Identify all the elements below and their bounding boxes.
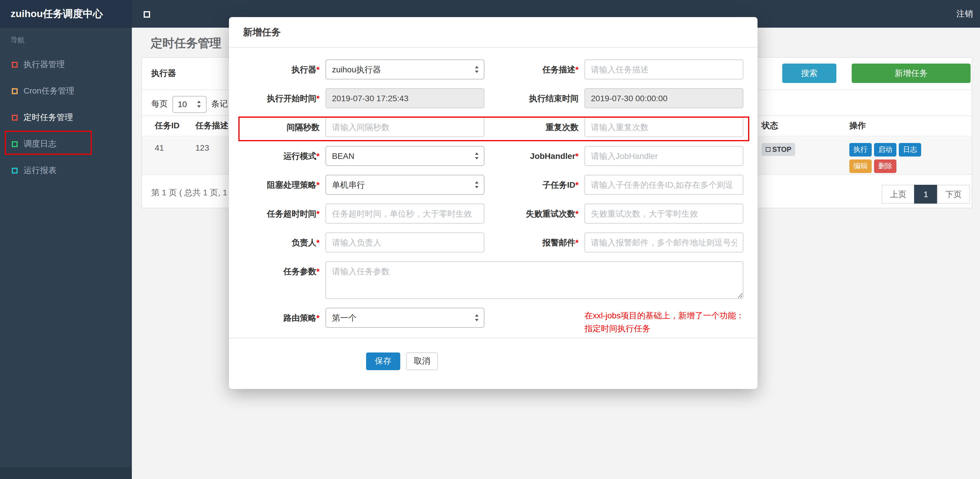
timeout-input[interactable] (326, 204, 484, 224)
feature-note-line1: 在xxl-jobs项目的基础上，新增了一个功能： (584, 311, 744, 320)
sidebar-item-label: 调度日志 (24, 138, 57, 149)
modal-title: 新增任务 (229, 17, 757, 48)
executor-filter-label: 执行器 (151, 64, 176, 83)
child-job-label: 子任务ID* (484, 175, 579, 195)
select-caret-icon (474, 66, 480, 73)
required-marker: * (575, 180, 579, 189)
logout-link[interactable]: 注销 (956, 0, 973, 28)
jobhandler-input[interactable] (584, 146, 743, 166)
job-param-textarea[interactable] (326, 261, 743, 299)
next-page-button[interactable]: 下页 (937, 185, 970, 204)
nav-section-label: 导航 (0, 28, 132, 51)
col-header-actions: 操作 (850, 121, 972, 131)
current-page-button[interactable]: 1 (914, 185, 938, 204)
stop-icon (766, 147, 770, 152)
add-task-modal: 新增任务 执行器* zuihou执行器 任务描述* 执行开始时间* 执行结束时间 (229, 17, 757, 389)
form-row: 负责人* 报警邮件* (243, 232, 743, 253)
modal-body: 执行器* zuihou执行器 任务描述* 执行开始时间* 执行结束时间 间隔秒数 (229, 48, 757, 336)
executor-label: 执行器* (243, 59, 320, 80)
log-button[interactable]: 日志 (899, 143, 921, 156)
task-desc-input[interactable] (584, 59, 743, 80)
brand-title: zuihou任务调度中心 (0, 0, 132, 28)
owner-label: 负责人* (243, 232, 320, 253)
run-mode-select-value: BEAN (332, 151, 354, 161)
add-task-button[interactable]: 新增任务 (852, 64, 970, 83)
form-row: 任务超时时间* 失败重试次数* (243, 204, 743, 224)
prev-page-button[interactable]: 上页 (882, 185, 915, 204)
search-button[interactable]: 搜索 (782, 64, 836, 83)
sidebar-footer-strip (0, 467, 132, 479)
execute-button[interactable]: 执行 (850, 143, 872, 156)
retry-input[interactable] (584, 204, 743, 224)
sidebar-item-label: 执行器管理 (24, 59, 65, 70)
select-caret-icon (474, 314, 480, 321)
start-time-input[interactable] (326, 88, 484, 108)
sidebar-item-label: 运行报表 (24, 165, 57, 176)
required-marker: * (575, 238, 579, 247)
jobhandler-label: JobHandler* (484, 146, 579, 166)
cell-task-id: 41 (155, 143, 196, 153)
menu-square-icon (12, 141, 18, 147)
required-marker: * (317, 238, 320, 247)
sidebar-item-cron-task-mgmt[interactable]: Cron任务管理 (0, 78, 132, 104)
sidebar-item-label: 定时任务管理 (24, 112, 73, 123)
modal-footer: 保存 取消 (229, 338, 757, 370)
feature-note-line2: 指定时间执行任务 (584, 324, 651, 333)
required-marker: * (317, 267, 320, 276)
page-title: 定时任务管理 (151, 35, 221, 51)
alarm-email-input[interactable] (584, 232, 743, 253)
route-strategy-select-value: 第一个 (332, 313, 357, 323)
row-actions: 执行 启动 日志 编辑 删除 (850, 143, 926, 173)
end-time-input[interactable] (584, 88, 743, 108)
save-button[interactable]: 保存 (366, 352, 400, 370)
menu-square-icon (12, 115, 18, 120)
pagination: 上页 1 下页 (882, 185, 970, 204)
alarm-email-label: 报警邮件* (484, 232, 579, 253)
feature-note: 在xxl-jobs项目的基础上，新增了一个功能： 指定时间执行任务 (584, 308, 744, 335)
col-header-task-id: 任务ID (155, 121, 196, 131)
menu-square-icon (12, 88, 18, 94)
interval-input[interactable] (326, 117, 484, 137)
run-mode-select[interactable]: BEAN (326, 146, 484, 166)
required-marker: * (317, 151, 320, 161)
retry-label: 失败重试次数* (484, 204, 579, 224)
route-strategy-select[interactable]: 第一个 (326, 308, 484, 328)
start-button[interactable]: 启动 (874, 143, 896, 156)
form-row: 阻塞处理策略* 单机串行 子任务ID* (243, 175, 743, 195)
edit-button[interactable]: 编辑 (850, 159, 872, 173)
sidebar: 导航 执行器管理 Cron任务管理 定时任务管理 调度日志 运行报表 (0, 28, 132, 479)
timeout-label: 任务超时时间* (243, 204, 320, 224)
executor-select[interactable]: zuihou执行器 (326, 59, 484, 80)
repeat-input[interactable] (584, 117, 743, 137)
per-page-prefix: 每页 (151, 99, 168, 110)
required-marker: * (575, 209, 579, 218)
col-header-status: 状态 (762, 121, 850, 131)
sidebar-item-run-report[interactable]: 运行报表 (0, 157, 132, 184)
status-text: STOP (772, 145, 791, 154)
sidebar-toggle-icon[interactable] (144, 11, 150, 18)
select-caret-icon (474, 153, 480, 159)
block-strategy-select[interactable]: 单机串行 (326, 175, 484, 195)
required-marker: * (575, 65, 579, 74)
form-row: 运行模式* BEAN JobHandler* (243, 146, 743, 166)
page-size-value: 10 (178, 99, 187, 108)
executor-select-value: zuihou执行器 (332, 65, 381, 74)
sidebar-item-timed-task-mgmt[interactable]: 定时任务管理 (0, 104, 132, 130)
required-marker: * (317, 94, 320, 103)
per-page-suffix: 条记 (211, 99, 228, 110)
job-param-label: 任务参数* (243, 261, 320, 281)
status-badge: STOP (762, 143, 795, 156)
page-size-select[interactable]: 10 (172, 95, 207, 113)
owner-input[interactable] (326, 232, 484, 253)
sidebar-item-dispatch-log[interactable]: 调度日志 (0, 130, 132, 157)
menu-square-icon (12, 167, 18, 173)
delete-button[interactable]: 删除 (874, 159, 896, 173)
sidebar-item-label: Cron任务管理 (24, 86, 75, 96)
form-row: 任务参数* (243, 261, 743, 299)
sidebar-item-executor-mgmt[interactable]: 执行器管理 (0, 51, 132, 78)
form-row-time: 执行开始时间* 执行结束时间 (243, 88, 743, 108)
child-job-input[interactable] (584, 175, 743, 195)
cancel-button[interactable]: 取消 (406, 352, 438, 370)
pagination-summary: 第 1 页 ( 总共 1 页, 1 (151, 188, 227, 198)
per-page-control: 每页 10 条记 (151, 95, 228, 113)
